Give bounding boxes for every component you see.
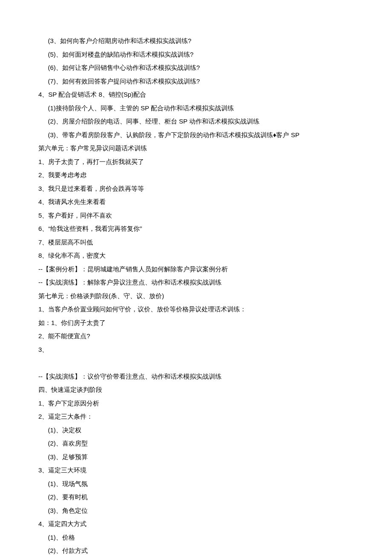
text-line: (3)、带客户看房阶段客户、认购阶段，客户下定阶段的动作和话术模拟实战训练♦客户… (38, 128, 354, 142)
text-line: 8、绿化率不高，密度大 (38, 249, 354, 262)
text-line: 2、我要考虑考虑 (38, 168, 354, 182)
text-line: (1)、价格 (38, 531, 354, 544)
text-line: 3、逼定三大环境 (38, 463, 354, 477)
text-line: 3、 (38, 343, 354, 357)
text-line: --【实战演练】：解除客户异议注意点、动作和话术模拟实战训练 (38, 276, 354, 289)
text-line: (6)、如何让客户回销售中心动作和话术模拟实战训练? (38, 61, 354, 75)
text-line: (2)、喜欢房型 (38, 437, 354, 450)
text-line: (3)、足够预算 (38, 450, 354, 464)
text-line: 如：1、你们房子太贵了 (38, 316, 354, 330)
text-line: 7、楼层层高不叫低 (38, 236, 354, 249)
text-line: 2、逼定三大条件： (38, 410, 354, 423)
text-line: (2)、要有时机 (38, 490, 354, 504)
text-line: 1、客户下定原因分析 (38, 397, 354, 410)
text-line: 4、我请风水先生来看看 (38, 195, 354, 209)
text-line: 1、当客户杀价置业顾问如何守价，议价、放价等价格异议处理话术训练： (38, 302, 354, 316)
document-body: (3、如何向客户介绍期房动作和话术模拟实战训练?(5)、如何面对楼盘的缺陷动作和… (38, 34, 354, 555)
text-line: 4、逼定四大方式 (38, 517, 354, 531)
text-line: 2、能不能便宜点? (38, 329, 354, 343)
text-line: (2)、付款方式 (38, 544, 354, 555)
text-line: (5)、如何面对楼盘的缺陷动作和话术模拟实战训练? (38, 48, 354, 61)
text-line (38, 356, 354, 370)
text-line: --【实战演练】：议价守价带看注意点、动作和话术模拟实战训练 (38, 370, 354, 383)
text-line: (2)、房屋介绍阶段的电话、同事、经理、柜台 SP 动作和话术模拟实战训练 (38, 115, 354, 128)
text-line: (1)、决定权 (38, 423, 354, 437)
text-line: 第七单元：价格谈判阶段(杀、守、议、放价) (38, 289, 354, 303)
text-line: 1、房子太贵了，再打一点折我就买了 (38, 155, 354, 169)
text-line: (3、如何向客户介绍期房动作和话术模拟实战训练? (38, 34, 354, 48)
text-line: 4、SP 配合促销话术 8、销控(Sp)配合 (38, 88, 354, 101)
text-line: 第六单元：客户常见异议问题话术训练 (38, 141, 354, 155)
text-line: 6、“给我这些资料，我看完再答复你” (38, 222, 354, 236)
text-line: --【案例分析】：昆明城建地产销售人员如何解除客户异议案例分析 (38, 262, 354, 276)
text-line: 3、我只是过来看看，房价会跌再等等 (38, 182, 354, 196)
text-line: (3)、角色定位 (38, 504, 354, 518)
text-line: (1)接待阶段个人、同事、主管的 SP 配合动作和话术模拟实战训练 (38, 101, 354, 115)
text-line: 5、客户看好，同伴不喜欢 (38, 209, 354, 222)
text-line: (1)、现场气氛 (38, 477, 354, 491)
text-line: (7)、如何有效回答客户提问动作和话术模拟实战训练? (38, 75, 354, 88)
text-line: 四、快速逼定谈判阶段 (38, 383, 354, 397)
